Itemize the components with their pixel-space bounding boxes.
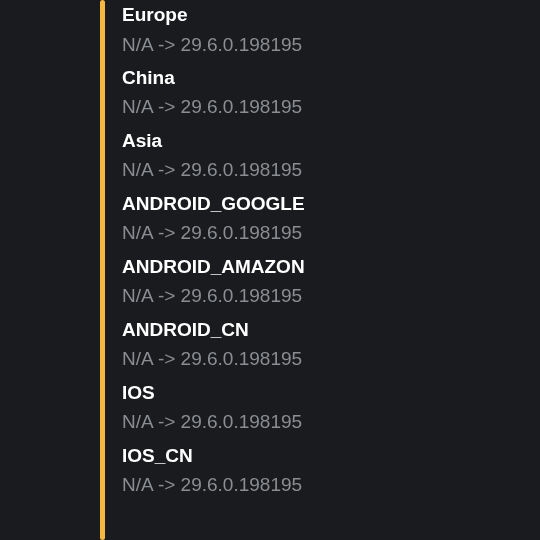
list-item: Asia N/A -> 29.6.0.198195 (122, 127, 540, 185)
entry-name: IOS_CN (122, 442, 540, 471)
version-list: Europe N/A -> 29.6.0.198195 China N/A ->… (100, 0, 540, 505)
entry-version: N/A -> 29.6.0.198195 (122, 155, 540, 184)
list-item: ANDROID_CN N/A -> 29.6.0.198195 (122, 316, 540, 374)
entry-version: N/A -> 29.6.0.198195 (122, 407, 540, 436)
entry-version: N/A -> 29.6.0.198195 (122, 218, 540, 247)
entry-name: IOS (122, 379, 540, 408)
entry-version: N/A -> 29.6.0.198195 (122, 30, 540, 59)
entry-name: China (122, 64, 540, 93)
entry-name: Asia (122, 127, 540, 156)
list-item: IOS_CN N/A -> 29.6.0.198195 (122, 442, 540, 500)
entry-version: N/A -> 29.6.0.198195 (122, 92, 540, 121)
entry-name: ANDROID_AMAZON (122, 253, 540, 282)
list-item: IOS N/A -> 29.6.0.198195 (122, 379, 540, 437)
entry-name: ANDROID_CN (122, 316, 540, 345)
list-item: Europe N/A -> 29.6.0.198195 (122, 1, 540, 59)
entry-version: N/A -> 29.6.0.198195 (122, 344, 540, 373)
list-item: ANDROID_AMAZON N/A -> 29.6.0.198195 (122, 253, 540, 311)
entry-name: Europe (122, 1, 540, 30)
entry-version: N/A -> 29.6.0.198195 (122, 281, 540, 310)
entry-version: N/A -> 29.6.0.198195 (122, 470, 540, 499)
list-item: ANDROID_GOOGLE N/A -> 29.6.0.198195 (122, 190, 540, 248)
entry-name: ANDROID_GOOGLE (122, 190, 540, 219)
list-item: China N/A -> 29.6.0.198195 (122, 64, 540, 122)
